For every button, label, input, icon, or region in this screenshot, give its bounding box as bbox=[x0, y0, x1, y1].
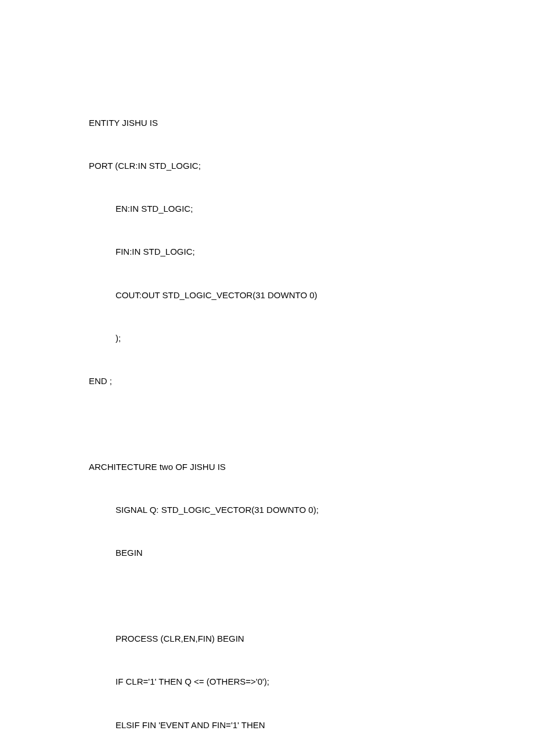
code-line: BEGIN bbox=[89, 546, 445, 560]
blank-line bbox=[89, 589, 445, 603]
code-line: PROCESS (CLR,EN,FIN) BEGIN bbox=[89, 632, 445, 646]
code-line: ENTITY JISHU IS bbox=[89, 116, 445, 131]
code-line: ARCHITECTURE two OF JISHU IS bbox=[89, 460, 445, 475]
code-line: ); bbox=[89, 331, 445, 346]
code-line: IF CLR='1' THEN Q <= (OTHERS=>'0'); bbox=[89, 675, 445, 689]
code-line: SIGNAL Q: STD_LOGIC_VECTOR(31 DOWNTO 0); bbox=[89, 503, 445, 518]
code-line: FIN:IN STD_LOGIC; bbox=[89, 245, 445, 259]
code-line: PORT (CLR:IN STD_LOGIC; bbox=[89, 159, 445, 173]
blank-line bbox=[89, 417, 445, 431]
code-line: EN:IN STD_LOGIC; bbox=[89, 202, 445, 216]
vhdl-code-block-1: ENTITY JISHU IS PORT (CLR:IN STD_LOGIC; … bbox=[89, 87, 445, 756]
code-line: END ; bbox=[89, 374, 445, 389]
code-line: ELSIF FIN 'EVENT AND FIN='1' THEN bbox=[89, 718, 445, 733]
code-line: COUT:OUT STD_LOGIC_VECTOR(31 DOWNTO 0) bbox=[89, 288, 445, 303]
